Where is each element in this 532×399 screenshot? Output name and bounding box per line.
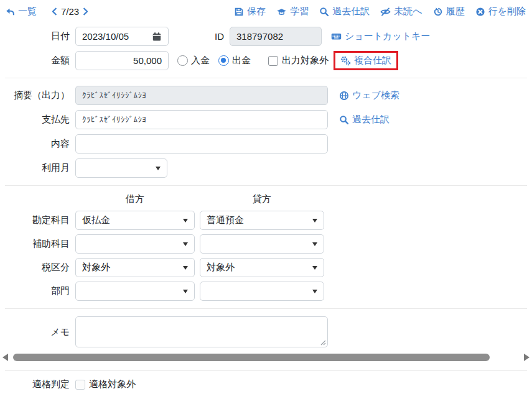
id-value: 318797082 — [236, 31, 283, 42]
sub-account-row: 補助科目 — [0, 234, 532, 254]
delete-icon — [475, 7, 485, 17]
date-label: 日付 — [0, 30, 70, 42]
summary-field: ｸﾗﾋﾞｽｾﾞｲﾘｼｼﾞﾑｼﾖ — [75, 86, 328, 105]
debit-column-header: 借方 — [75, 193, 195, 205]
shortcut-key-label: ショートカットキー — [345, 30, 430, 42]
content-input[interactable] — [75, 134, 328, 154]
department-debit-select[interactable] — [75, 282, 195, 301]
amount-input[interactable]: 50,000 — [75, 51, 169, 70]
account-debit-value: 仮払金 — [82, 214, 110, 226]
payee-label: 支払先 — [0, 114, 70, 126]
deposit-radio[interactable]: 入金 — [177, 55, 210, 66]
tax-class-debit-select[interactable]: 対象外 — [75, 258, 195, 277]
qualified-excluded-checkbox[interactable]: 適格対象外 — [75, 378, 136, 390]
save-button[interactable]: 保存 — [234, 6, 266, 17]
qualification-row: 適格判定 適格対象外 — [0, 378, 532, 390]
sub-account-debit-select[interactable] — [75, 234, 195, 254]
memo-textarea[interactable] — [75, 316, 328, 347]
web-search-link[interactable]: ウェブ検索 — [339, 89, 399, 101]
scrollbar-thumb[interactable] — [13, 354, 490, 361]
column-headers: 借方 貸方 — [0, 193, 532, 205]
history-button[interactable]: 履歴 — [433, 6, 465, 17]
memo-label: メモ — [0, 326, 70, 338]
chevron-down-icon — [312, 290, 317, 293]
save-label: 保存 — [247, 6, 266, 17]
resize-handle-icon[interactable] — [320, 339, 326, 346]
amount-row: 金額 50,000 入金 出金 出力対象外 複合仕訳 — [0, 51, 532, 70]
calendar-icon[interactable] — [152, 32, 162, 42]
qualified-excluded-label: 適格対象外 — [89, 378, 136, 390]
shortcut-key-link[interactable]: ショートカットキー — [331, 30, 430, 42]
pager-next-button[interactable] — [81, 7, 90, 16]
account-debit-select[interactable]: 仮払金 — [75, 211, 195, 230]
scroll-right-button[interactable] — [524, 354, 530, 361]
credit-column-header: 貸方 — [200, 193, 324, 205]
compound-entry-link[interactable]: 複合仕訳 — [340, 55, 391, 66]
tax-class-credit-select[interactable]: 対象外 — [200, 258, 324, 277]
back-to-list-label: 一覧 — [18, 6, 37, 17]
department-row: 部門 — [0, 282, 532, 301]
back-to-list-button[interactable]: 一覧 — [5, 6, 37, 17]
radio-on-icon — [218, 55, 229, 66]
exclude-output-checkbox[interactable]: 出力対象外 — [268, 55, 329, 66]
chevron-down-icon — [312, 266, 317, 270]
history-icon — [433, 7, 443, 17]
save-icon — [234, 7, 244, 17]
usage-month-label: 利用月 — [0, 162, 70, 174]
withdrawal-radio-label: 出金 — [232, 55, 251, 66]
web-search-label: ウェブ検索 — [352, 89, 399, 101]
chevron-down-icon — [312, 219, 317, 222]
chevron-down-icon — [183, 219, 188, 222]
withdrawal-radio[interactable]: 出金 — [218, 55, 251, 66]
date-input[interactable]: 2023/10/05 — [75, 27, 169, 46]
to-unread-button[interactable]: 未読へ — [380, 6, 422, 17]
past-entries-label: 過去仕訳 — [332, 6, 370, 17]
payee-input[interactable]: ｸﾗﾋﾞｽｾﾞｲﾘｼｼﾞﾑｼﾖ — [75, 110, 328, 129]
department-credit-select[interactable] — [200, 282, 324, 301]
globe-icon — [339, 91, 349, 101]
account-credit-value: 普通預金 — [207, 214, 244, 226]
payee-value: ｸﾗﾋﾞｽｾﾞｲﾘｼｼﾞﾑｼﾖ — [82, 115, 147, 124]
scroll-left-button[interactable] — [2, 354, 8, 361]
sub-account-label: 補助科目 — [0, 238, 70, 250]
record-pager: 7/23 — [50, 6, 90, 17]
delete-row-button[interactable]: 行を削除 — [475, 6, 526, 17]
usage-month-row: 利用月 — [0, 158, 532, 178]
tax-class-row: 税区分 対象外 対象外 — [0, 258, 532, 277]
exclude-output-label: 出力対象外 — [282, 55, 329, 66]
summary-row: 摘要（出力） ｸﾗﾋﾞｽｾﾞｲﾘｼｼﾞﾑｼﾖ ウェブ検索 — [0, 86, 532, 105]
id-field: 318797082 — [230, 27, 322, 46]
to-unread-label: 未読へ — [394, 6, 422, 17]
pager-prev-button[interactable] — [50, 7, 59, 16]
content-row: 内容 — [0, 134, 532, 154]
search-icon — [339, 115, 349, 125]
reply-icon — [5, 7, 15, 17]
learn-icon — [276, 7, 287, 17]
section-divider — [5, 78, 527, 78]
qualification-label: 適格判定 — [0, 378, 70, 390]
past-entries-button[interactable]: 過去仕訳 — [319, 6, 370, 17]
payee-row: 支払先 ｸﾗﾋﾞｽｾﾞｲﾘｼｼﾞﾑｼﾖ 過去仕訳 — [0, 110, 532, 129]
chevron-down-icon — [183, 290, 188, 293]
pager-position: 7/23 — [61, 6, 79, 17]
toolbar-actions: 保存 学習 過去仕訳 未読へ — [234, 6, 526, 17]
id-label: ID — [215, 31, 224, 42]
tax-class-debit-value: 対象外 — [82, 262, 110, 273]
account-label: 勘定科目 — [0, 214, 70, 226]
tax-class-credit-value: 対象外 — [207, 262, 235, 273]
chevron-down-icon — [312, 242, 317, 246]
section-divider — [5, 308, 527, 309]
usage-month-select[interactable] — [75, 158, 167, 178]
account-credit-select[interactable]: 普通預金 — [200, 211, 324, 230]
gears-icon — [340, 55, 351, 66]
past-entries-row-link[interactable]: 過去仕訳 — [339, 114, 390, 126]
tax-class-label: 税区分 — [0, 262, 70, 273]
learn-button[interactable]: 学習 — [276, 6, 309, 17]
date-value: 2023/10/05 — [82, 31, 129, 42]
sub-account-credit-select[interactable] — [200, 234, 324, 254]
radio-off-icon — [177, 55, 188, 66]
summary-value: ｸﾗﾋﾞｽｾﾞｲﾘｼｼﾞﾑｼﾖ — [82, 91, 147, 100]
journal-entry-form: 一覧 7/23 保存 学習 — [0, 0, 532, 399]
search-icon — [319, 7, 329, 17]
amount-value: 50,000 — [133, 55, 162, 66]
